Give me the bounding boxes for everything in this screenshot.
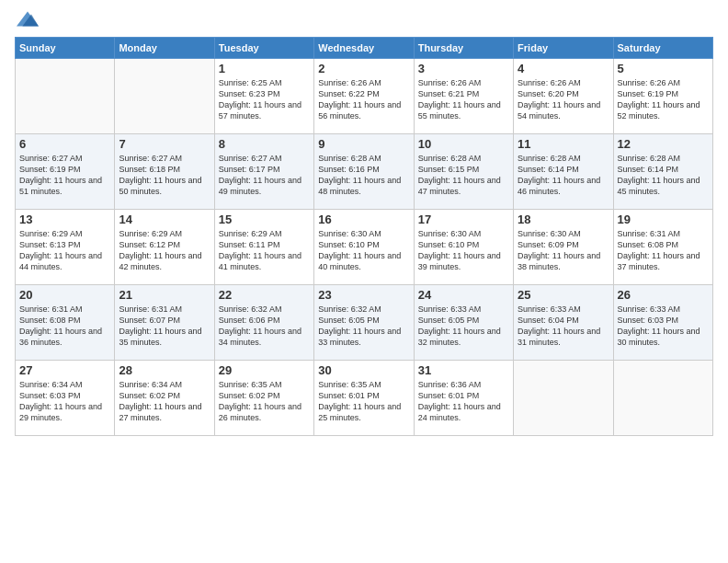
logo-icon — [17, 11, 39, 29]
day-number: 25 — [518, 288, 609, 302]
weekday-header-wednesday: Wednesday — [314, 38, 414, 59]
calendar-cell: 18Sunrise: 6:30 AM Sunset: 6:09 PM Dayli… — [514, 210, 613, 285]
day-info: Sunrise: 6:28 AM Sunset: 6:15 PM Dayligh… — [418, 153, 509, 198]
day-number: 30 — [318, 363, 409, 377]
calendar-cell — [115, 59, 214, 134]
day-number: 14 — [119, 213, 210, 226]
day-number: 28 — [119, 363, 210, 377]
day-number: 8 — [219, 137, 310, 151]
day-number: 9 — [318, 137, 409, 151]
day-number: 10 — [418, 137, 509, 151]
calendar-cell: 21Sunrise: 6:31 AM Sunset: 6:07 PM Dayli… — [115, 285, 214, 361]
page-container: SundayMondayTuesdayWednesdayThursdayFrid… — [0, 0, 728, 443]
day-number: 19 — [618, 213, 709, 226]
calendar-cell: 8Sunrise: 6:27 AM Sunset: 6:17 PM Daylig… — [214, 134, 313, 210]
day-info: Sunrise: 6:28 AM Sunset: 6:16 PM Dayligh… — [318, 153, 409, 198]
calendar-cell: 12Sunrise: 6:28 AM Sunset: 6:14 PM Dayli… — [613, 134, 712, 210]
calendar-cell: 30Sunrise: 6:35 AM Sunset: 6:01 PM Dayli… — [314, 361, 414, 436]
weekday-header-thursday: Thursday — [414, 38, 513, 59]
day-number: 22 — [219, 288, 310, 302]
day-info: Sunrise: 6:28 AM Sunset: 6:14 PM Dayligh… — [518, 153, 609, 198]
day-info: Sunrise: 6:35 AM Sunset: 6:01 PM Dayligh… — [318, 379, 409, 424]
weekday-header-friday: Friday — [514, 38, 613, 59]
day-info: Sunrise: 6:34 AM Sunset: 6:02 PM Dayligh… — [119, 379, 210, 424]
day-info: Sunrise: 6:33 AM Sunset: 6:04 PM Dayligh… — [518, 304, 609, 349]
day-number: 26 — [618, 288, 709, 302]
day-number: 3 — [418, 62, 509, 75]
day-info: Sunrise: 6:27 AM Sunset: 6:18 PM Dayligh… — [119, 153, 210, 198]
day-info: Sunrise: 6:35 AM Sunset: 6:02 PM Dayligh… — [219, 379, 310, 424]
day-number: 23 — [318, 288, 409, 302]
day-number: 24 — [418, 288, 509, 302]
calendar-cell: 26Sunrise: 6:33 AM Sunset: 6:03 PM Dayli… — [613, 285, 712, 361]
calendar-cell — [514, 361, 613, 436]
calendar-cell — [16, 59, 115, 134]
logo — [15, 11, 39, 29]
day-info: Sunrise: 6:32 AM Sunset: 6:05 PM Dayligh… — [318, 304, 409, 349]
day-number: 31 — [418, 363, 509, 377]
calendar-week-2: 6Sunrise: 6:27 AM Sunset: 6:19 PM Daylig… — [16, 134, 713, 210]
day-number: 29 — [219, 363, 310, 377]
calendar-cell: 6Sunrise: 6:27 AM Sunset: 6:19 PM Daylig… — [16, 134, 115, 210]
calendar-cell: 31Sunrise: 6:36 AM Sunset: 6:01 PM Dayli… — [414, 361, 513, 436]
calendar-cell: 14Sunrise: 6:29 AM Sunset: 6:12 PM Dayli… — [115, 210, 214, 285]
day-number: 16 — [318, 213, 409, 226]
day-number: 20 — [19, 288, 110, 302]
day-info: Sunrise: 6:31 AM Sunset: 6:07 PM Dayligh… — [119, 304, 210, 349]
day-info: Sunrise: 6:31 AM Sunset: 6:08 PM Dayligh… — [618, 228, 709, 273]
calendar-cell: 27Sunrise: 6:34 AM Sunset: 6:03 PM Dayli… — [16, 361, 115, 436]
day-info: Sunrise: 6:28 AM Sunset: 6:14 PM Dayligh… — [618, 153, 709, 198]
day-info: Sunrise: 6:26 AM Sunset: 6:19 PM Dayligh… — [618, 77, 709, 122]
day-info: Sunrise: 6:26 AM Sunset: 6:20 PM Dayligh… — [518, 77, 609, 122]
day-info: Sunrise: 6:27 AM Sunset: 6:17 PM Dayligh… — [219, 153, 310, 198]
day-number: 17 — [418, 213, 509, 226]
day-info: Sunrise: 6:31 AM Sunset: 6:08 PM Dayligh… — [19, 304, 110, 349]
calendar-week-4: 20Sunrise: 6:31 AM Sunset: 6:08 PM Dayli… — [16, 285, 713, 361]
calendar-cell: 16Sunrise: 6:30 AM Sunset: 6:10 PM Dayli… — [314, 210, 414, 285]
day-number: 7 — [119, 137, 210, 151]
calendar-cell: 29Sunrise: 6:35 AM Sunset: 6:02 PM Dayli… — [214, 361, 313, 436]
weekday-header-sunday: Sunday — [16, 38, 115, 59]
weekday-header-tuesday: Tuesday — [214, 38, 313, 59]
calendar-week-5: 27Sunrise: 6:34 AM Sunset: 6:03 PM Dayli… — [16, 361, 713, 436]
day-info: Sunrise: 6:27 AM Sunset: 6:19 PM Dayligh… — [19, 153, 110, 198]
calendar-cell — [613, 361, 712, 436]
calendar-cell: 7Sunrise: 6:27 AM Sunset: 6:18 PM Daylig… — [115, 134, 214, 210]
calendar-cell: 3Sunrise: 6:26 AM Sunset: 6:21 PM Daylig… — [414, 59, 513, 134]
day-info: Sunrise: 6:30 AM Sunset: 6:10 PM Dayligh… — [318, 228, 409, 273]
day-number: 5 — [618, 62, 709, 75]
day-info: Sunrise: 6:26 AM Sunset: 6:21 PM Dayligh… — [418, 77, 509, 122]
day-info: Sunrise: 6:33 AM Sunset: 6:03 PM Dayligh… — [618, 304, 709, 349]
day-number: 13 — [19, 213, 110, 226]
day-number: 27 — [19, 363, 110, 377]
calendar-week-3: 13Sunrise: 6:29 AM Sunset: 6:13 PM Dayli… — [16, 210, 713, 285]
day-info: Sunrise: 6:29 AM Sunset: 6:13 PM Dayligh… — [19, 228, 110, 273]
calendar-cell: 2Sunrise: 6:26 AM Sunset: 6:22 PM Daylig… — [314, 59, 414, 134]
day-info: Sunrise: 6:29 AM Sunset: 6:12 PM Dayligh… — [119, 228, 210, 273]
calendar-cell: 28Sunrise: 6:34 AM Sunset: 6:02 PM Dayli… — [115, 361, 214, 436]
day-number: 18 — [518, 213, 609, 226]
calendar-cell: 13Sunrise: 6:29 AM Sunset: 6:13 PM Dayli… — [16, 210, 115, 285]
calendar-cell: 22Sunrise: 6:32 AM Sunset: 6:06 PM Dayli… — [214, 285, 313, 361]
day-info: Sunrise: 6:33 AM Sunset: 6:05 PM Dayligh… — [418, 304, 509, 349]
calendar-cell: 19Sunrise: 6:31 AM Sunset: 6:08 PM Dayli… — [613, 210, 712, 285]
day-info: Sunrise: 6:30 AM Sunset: 6:09 PM Dayligh… — [518, 228, 609, 273]
day-number: 1 — [219, 62, 310, 75]
day-number: 15 — [219, 213, 310, 226]
calendar-cell: 1Sunrise: 6:25 AM Sunset: 6:23 PM Daylig… — [214, 59, 313, 134]
calendar-cell: 4Sunrise: 6:26 AM Sunset: 6:20 PM Daylig… — [514, 59, 613, 134]
calendar-table: SundayMondayTuesdayWednesdayThursdayFrid… — [15, 37, 713, 436]
calendar-cell: 5Sunrise: 6:26 AM Sunset: 6:19 PM Daylig… — [613, 59, 712, 134]
day-number: 4 — [518, 62, 609, 75]
calendar-cell: 11Sunrise: 6:28 AM Sunset: 6:14 PM Dayli… — [514, 134, 613, 210]
calendar-cell: 17Sunrise: 6:30 AM Sunset: 6:10 PM Dayli… — [414, 210, 513, 285]
day-number: 12 — [618, 137, 709, 151]
day-info: Sunrise: 6:29 AM Sunset: 6:11 PM Dayligh… — [219, 228, 310, 273]
calendar-cell: 10Sunrise: 6:28 AM Sunset: 6:15 PM Dayli… — [414, 134, 513, 210]
day-number: 6 — [19, 137, 110, 151]
day-number: 11 — [518, 137, 609, 151]
weekday-header-saturday: Saturday — [613, 38, 712, 59]
day-info: Sunrise: 6:34 AM Sunset: 6:03 PM Dayligh… — [19, 379, 110, 424]
day-info: Sunrise: 6:30 AM Sunset: 6:10 PM Dayligh… — [418, 228, 509, 273]
calendar-cell: 15Sunrise: 6:29 AM Sunset: 6:11 PM Dayli… — [214, 210, 313, 285]
